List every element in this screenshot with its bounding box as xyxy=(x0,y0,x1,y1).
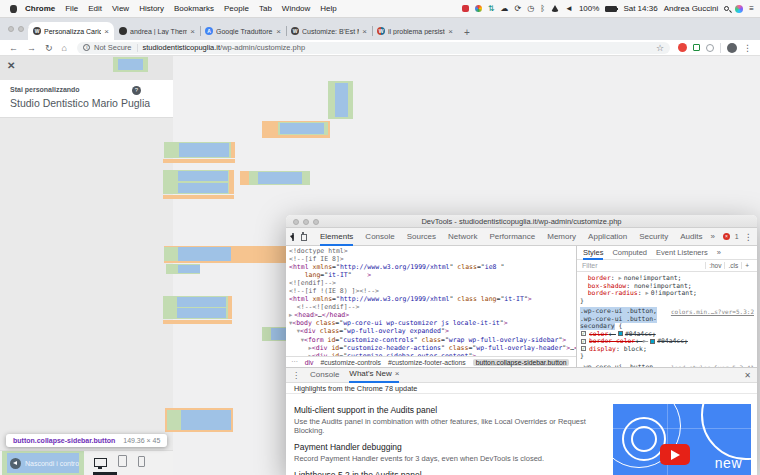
youtube-play-icon[interactable] xyxy=(660,444,690,465)
dom-line[interactable]: <![endif]--> xyxy=(289,279,576,287)
devtools-titlebar[interactable]: DevTools - studiodentisticopuglia.it/wp-… xyxy=(286,215,757,228)
drawer-menu-icon[interactable]: ⋮ xyxy=(292,371,300,380)
inspect-element-icon[interactable] xyxy=(292,233,294,241)
dom-line[interactable]: <!doctype html> xyxy=(289,247,576,255)
dom-line[interactable]: <html xmlns="http://www.w3.org/1999/xhtm… xyxy=(289,263,576,271)
browser-tab-2[interactable]: andrea | Lay Theme Forum× xyxy=(114,22,200,40)
chrome-menu-icon[interactable]: ⋮ xyxy=(743,43,752,53)
devtools-tab-elements[interactable]: Elements xyxy=(320,228,353,246)
tab-close-icon[interactable]: × xyxy=(190,27,195,36)
screenshot-extension-icon[interactable] xyxy=(693,44,700,51)
wifi-icon[interactable] xyxy=(551,5,559,12)
css-line[interactable]: } xyxy=(580,353,754,361)
devtools-tab-memory[interactable]: Memory xyxy=(547,228,576,246)
home-icon[interactable]: ⌂ xyxy=(62,43,67,53)
styles-tab-styles[interactable]: Styles xyxy=(583,246,603,260)
browser-tab-1[interactable]: WPersonalizza Caricamento...× xyxy=(28,22,114,40)
menu-file[interactable]: File xyxy=(65,4,78,13)
css-line[interactable]: border-radius: ▸ 0!important; xyxy=(580,290,754,298)
back-icon[interactable]: ← xyxy=(9,43,18,53)
menu-history[interactable]: History xyxy=(139,4,164,13)
filter-input[interactable]: Filter xyxy=(582,262,705,269)
breadcrumb-ellipsis[interactable]: ⋯ xyxy=(291,358,298,366)
devtools-tab-audits[interactable]: Audits xyxy=(680,228,702,246)
devtools-tab-console[interactable]: Console xyxy=(365,228,394,246)
devtools-tab-security[interactable]: Security xyxy=(639,228,668,246)
devtools-tab-performance[interactable]: Performance xyxy=(489,228,535,246)
menubar-user[interactable]: Andrea Guccini xyxy=(664,4,719,13)
dom-line[interactable]: ▾<div class="wp-full-overlay expanded"> xyxy=(289,327,576,335)
tab-close-icon[interactable]: × xyxy=(448,27,453,36)
menu-edit[interactable]: Edit xyxy=(88,4,102,13)
devtools-tab-sources[interactable]: Sources xyxy=(407,228,436,246)
tab-close-icon[interactable]: × xyxy=(104,27,109,36)
browser-tab-4[interactable]: WCustomize: B'Est Movie 2019× xyxy=(286,22,372,40)
menubar-clock[interactable]: Sat 14:36 xyxy=(623,4,657,13)
dom-line[interactable]: <html xmlns="http://www.w3.org/1999/xhtm… xyxy=(289,295,576,303)
address-bar[interactable]: Not Secure studiodentisticopuglia.it /wp… xyxy=(77,42,670,54)
devtools-tab-application[interactable]: Application xyxy=(588,228,627,246)
styles-tab-event-listeners[interactable]: Event Listeners xyxy=(656,246,708,260)
help-icon[interactable]: ? xyxy=(132,86,141,95)
close-window-icon[interactable] xyxy=(8,26,14,32)
dom-line[interactable]: lang="it-IT" > xyxy=(289,271,576,279)
menu-people[interactable]: People xyxy=(224,4,249,13)
devtools-zoom-icon[interactable] xyxy=(313,219,319,225)
menu-help[interactable]: Help xyxy=(320,4,336,13)
devtools-menu-icon[interactable]: ⋮ xyxy=(744,232,753,242)
more-tabs-icon[interactable]: » xyxy=(710,232,714,241)
browser-tab-5[interactable]: Wil problema persiste - Traduzion...× xyxy=(372,22,458,40)
menu-tab[interactable]: Tab xyxy=(259,4,272,13)
dom-line[interactable]: <!--[if !(IE 8) ]><!--> xyxy=(289,287,576,295)
backup-icon[interactable] xyxy=(514,5,521,13)
notification-center-icon[interactable] xyxy=(749,5,754,13)
error-badge-icon[interactable]: × xyxy=(723,233,730,240)
dom-line[interactable]: ▸<div id="customize-header-actions" clas… xyxy=(289,344,576,352)
css-source-link[interactable]: colors.min.…s?ver=5.3:2 xyxy=(671,308,754,316)
whatsnew-video-thumbnail[interactable]: new xyxy=(613,404,751,475)
tablet-preview-icon[interactable] xyxy=(118,455,127,467)
apple-icon[interactable] xyxy=(10,5,17,13)
status-app-icon-colorwheel[interactable] xyxy=(475,5,482,12)
devtools-tab-network[interactable]: Network xyxy=(448,228,477,246)
dom-line[interactable]: <!--<![endif]--> xyxy=(289,303,576,311)
tab-close-icon[interactable]: × xyxy=(362,27,367,36)
close-tab-icon[interactable]: × xyxy=(395,366,400,382)
devtools-traffic-lights[interactable] xyxy=(293,219,319,225)
menu-window[interactable]: Window xyxy=(282,4,310,13)
device-toolbar-icon[interactable] xyxy=(302,232,304,241)
dom-line[interactable]: ▸ <head>…</head> xyxy=(289,311,576,319)
menu-view[interactable]: View xyxy=(112,4,129,13)
devtools-minimize-icon[interactable] xyxy=(303,219,309,225)
forward-icon[interactable]: → xyxy=(27,43,36,53)
close-drawer-icon[interactable]: ✕ xyxy=(744,371,751,380)
styles-tab-»[interactable]: » xyxy=(717,246,721,260)
spotlight-search-icon[interactable] xyxy=(724,6,729,11)
page-info-icon[interactable] xyxy=(83,44,90,51)
css-line[interactable]: } xyxy=(580,298,754,306)
bluetooth-icon[interactable] xyxy=(540,5,545,13)
breadcrumb-item[interactable]: #customize-footer-actions xyxy=(388,359,466,366)
siri-icon[interactable] xyxy=(735,5,743,13)
dom-line[interactable]: <!--[if IE 8]> xyxy=(289,255,576,263)
reload-icon[interactable]: ↻ xyxy=(45,43,53,53)
browser-tab-3[interactable]: AGoogle Traduttore× xyxy=(200,22,286,40)
desktop-preview-icon[interactable] xyxy=(94,458,107,467)
adblock-extension-icon[interactable] xyxy=(678,43,687,52)
disabled-extension-icon[interactable] xyxy=(706,44,714,52)
menu-bookmarks[interactable]: Bookmarks xyxy=(174,4,214,13)
drawer-tab-what-s-new[interactable]: What's New× xyxy=(349,367,399,383)
close-customizer-icon[interactable]: ✕ xyxy=(7,60,15,71)
bookmark-star-icon[interactable]: ☆ xyxy=(656,43,664,53)
minimize-window-icon[interactable] xyxy=(18,26,24,32)
dom-line[interactable]: ▾<body class="wp-core-ui wp-customizer j… xyxy=(289,319,576,327)
drawer-tab-console[interactable]: Console xyxy=(310,367,339,383)
profile-avatar[interactable] xyxy=(727,43,737,53)
time-machine-icon[interactable] xyxy=(527,5,534,13)
class-toggle[interactable]: .cls xyxy=(724,262,741,269)
new-rule-button[interactable]: + xyxy=(741,262,752,269)
hover-state-toggle[interactable]: :hov xyxy=(705,262,724,269)
new-tab-button[interactable]: + xyxy=(464,27,470,38)
breadcrumb-item[interactable]: #customize-controls xyxy=(321,359,381,366)
status-app-icon-red[interactable] xyxy=(462,5,469,12)
